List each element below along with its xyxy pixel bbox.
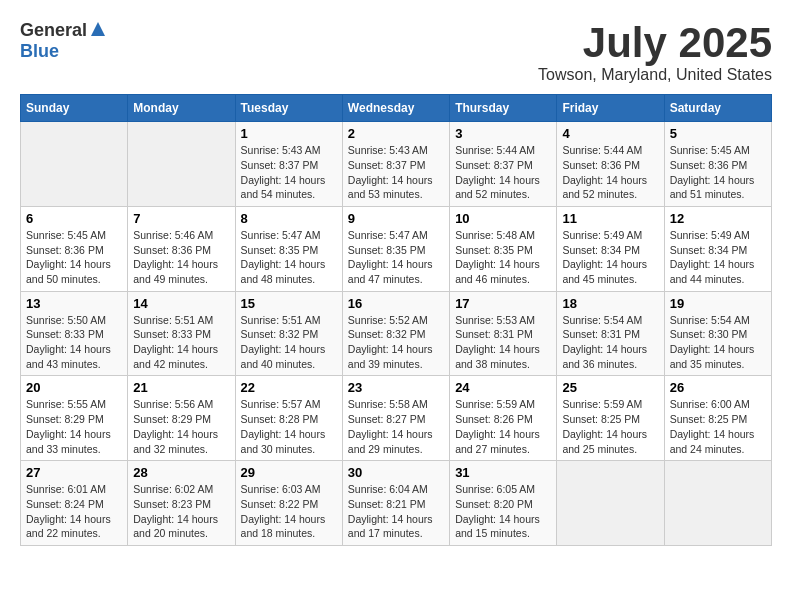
day-number: 17 [455,296,551,311]
calendar-cell: 31 Sunrise: 6:05 AMSunset: 8:20 PMDaylig… [450,461,557,546]
calendar-location: Towson, Maryland, United States [538,66,772,84]
calendar-week-4: 20 Sunrise: 5:55 AMSunset: 8:29 PMDaylig… [21,376,772,461]
header-saturday: Saturday [664,95,771,122]
day-number: 30 [348,465,444,480]
day-number: 31 [455,465,551,480]
day-info: Sunrise: 5:48 AMSunset: 8:35 PMDaylight:… [455,229,540,285]
day-number: 14 [133,296,229,311]
calendar-cell: 25 Sunrise: 5:59 AMSunset: 8:25 PMDaylig… [557,376,664,461]
calendar-cell: 20 Sunrise: 5:55 AMSunset: 8:29 PMDaylig… [21,376,128,461]
calendar-cell: 16 Sunrise: 5:52 AMSunset: 8:32 PMDaylig… [342,291,449,376]
day-number: 11 [562,211,658,226]
calendar-week-1: 1 Sunrise: 5:43 AMSunset: 8:37 PMDayligh… [21,122,772,207]
calendar-cell: 10 Sunrise: 5:48 AMSunset: 8:35 PMDaylig… [450,206,557,291]
calendar-cell: 30 Sunrise: 6:04 AMSunset: 8:21 PMDaylig… [342,461,449,546]
calendar-cell: 8 Sunrise: 5:47 AMSunset: 8:35 PMDayligh… [235,206,342,291]
logo-icon [89,20,107,38]
calendar-header-row: Sunday Monday Tuesday Wednesday Thursday… [21,95,772,122]
day-number: 7 [133,211,229,226]
day-number: 6 [26,211,122,226]
calendar-cell: 24 Sunrise: 5:59 AMSunset: 8:26 PMDaylig… [450,376,557,461]
day-info: Sunrise: 5:55 AMSunset: 8:29 PMDaylight:… [26,398,111,454]
day-info: Sunrise: 5:51 AMSunset: 8:33 PMDaylight:… [133,314,218,370]
calendar-cell: 3 Sunrise: 5:44 AMSunset: 8:37 PMDayligh… [450,122,557,207]
calendar-cell: 5 Sunrise: 5:45 AMSunset: 8:36 PMDayligh… [664,122,771,207]
calendar-body: 1 Sunrise: 5:43 AMSunset: 8:37 PMDayligh… [21,122,772,546]
svg-marker-0 [91,22,105,36]
day-number: 26 [670,380,766,395]
day-number: 9 [348,211,444,226]
calendar-cell: 11 Sunrise: 5:49 AMSunset: 8:34 PMDaylig… [557,206,664,291]
day-number: 8 [241,211,337,226]
day-info: Sunrise: 5:59 AMSunset: 8:26 PMDaylight:… [455,398,540,454]
day-info: Sunrise: 5:43 AMSunset: 8:37 PMDaylight:… [348,144,433,200]
calendar-title: July 2025 [538,20,772,66]
day-number: 13 [26,296,122,311]
day-number: 16 [348,296,444,311]
day-number: 21 [133,380,229,395]
day-number: 5 [670,126,766,141]
calendar-cell [664,461,771,546]
day-info: Sunrise: 6:05 AMSunset: 8:20 PMDaylight:… [455,483,540,539]
calendar-cell: 12 Sunrise: 5:49 AMSunset: 8:34 PMDaylig… [664,206,771,291]
header-friday: Friday [557,95,664,122]
calendar-cell: 9 Sunrise: 5:47 AMSunset: 8:35 PMDayligh… [342,206,449,291]
logo-blue-text: Blue [20,41,59,61]
calendar-cell: 27 Sunrise: 6:01 AMSunset: 8:24 PMDaylig… [21,461,128,546]
header-wednesday: Wednesday [342,95,449,122]
calendar-cell: 19 Sunrise: 5:54 AMSunset: 8:30 PMDaylig… [664,291,771,376]
calendar-cell: 2 Sunrise: 5:43 AMSunset: 8:37 PMDayligh… [342,122,449,207]
day-info: Sunrise: 5:54 AMSunset: 8:30 PMDaylight:… [670,314,755,370]
day-info: Sunrise: 5:57 AMSunset: 8:28 PMDaylight:… [241,398,326,454]
header-monday: Monday [128,95,235,122]
header-thursday: Thursday [450,95,557,122]
day-info: Sunrise: 5:43 AMSunset: 8:37 PMDaylight:… [241,144,326,200]
day-info: Sunrise: 6:00 AMSunset: 8:25 PMDaylight:… [670,398,755,454]
logo: General Blue [20,20,107,62]
day-number: 20 [26,380,122,395]
day-info: Sunrise: 5:49 AMSunset: 8:34 PMDaylight:… [562,229,647,285]
day-number: 2 [348,126,444,141]
calendar-cell [128,122,235,207]
day-info: Sunrise: 5:44 AMSunset: 8:36 PMDaylight:… [562,144,647,200]
day-info: Sunrise: 5:54 AMSunset: 8:31 PMDaylight:… [562,314,647,370]
day-number: 1 [241,126,337,141]
calendar-cell [557,461,664,546]
calendar-table: Sunday Monday Tuesday Wednesday Thursday… [20,94,772,546]
day-number: 10 [455,211,551,226]
day-info: Sunrise: 5:47 AMSunset: 8:35 PMDaylight:… [348,229,433,285]
calendar-cell: 28 Sunrise: 6:02 AMSunset: 8:23 PMDaylig… [128,461,235,546]
calendar-cell: 23 Sunrise: 5:58 AMSunset: 8:27 PMDaylig… [342,376,449,461]
calendar-week-2: 6 Sunrise: 5:45 AMSunset: 8:36 PMDayligh… [21,206,772,291]
page-header: General Blue July 2025 Towson, Maryland,… [20,20,772,84]
calendar-cell: 7 Sunrise: 5:46 AMSunset: 8:36 PMDayligh… [128,206,235,291]
header-sunday: Sunday [21,95,128,122]
calendar-cell: 13 Sunrise: 5:50 AMSunset: 8:33 PMDaylig… [21,291,128,376]
calendar-cell: 6 Sunrise: 5:45 AMSunset: 8:36 PMDayligh… [21,206,128,291]
day-info: Sunrise: 6:03 AMSunset: 8:22 PMDaylight:… [241,483,326,539]
logo-text: General [20,20,87,41]
calendar-cell: 22 Sunrise: 5:57 AMSunset: 8:28 PMDaylig… [235,376,342,461]
calendar-cell: 15 Sunrise: 5:51 AMSunset: 8:32 PMDaylig… [235,291,342,376]
day-info: Sunrise: 5:50 AMSunset: 8:33 PMDaylight:… [26,314,111,370]
day-number: 29 [241,465,337,480]
day-number: 18 [562,296,658,311]
day-info: Sunrise: 5:44 AMSunset: 8:37 PMDaylight:… [455,144,540,200]
day-info: Sunrise: 5:53 AMSunset: 8:31 PMDaylight:… [455,314,540,370]
day-number: 3 [455,126,551,141]
calendar-cell: 29 Sunrise: 6:03 AMSunset: 8:22 PMDaylig… [235,461,342,546]
day-info: Sunrise: 5:47 AMSunset: 8:35 PMDaylight:… [241,229,326,285]
day-number: 28 [133,465,229,480]
day-number: 24 [455,380,551,395]
day-number: 15 [241,296,337,311]
day-number: 12 [670,211,766,226]
header-tuesday: Tuesday [235,95,342,122]
day-number: 27 [26,465,122,480]
day-info: Sunrise: 6:01 AMSunset: 8:24 PMDaylight:… [26,483,111,539]
day-info: Sunrise: 5:58 AMSunset: 8:27 PMDaylight:… [348,398,433,454]
day-number: 23 [348,380,444,395]
calendar-week-3: 13 Sunrise: 5:50 AMSunset: 8:33 PMDaylig… [21,291,772,376]
day-info: Sunrise: 5:45 AMSunset: 8:36 PMDaylight:… [670,144,755,200]
calendar-cell: 14 Sunrise: 5:51 AMSunset: 8:33 PMDaylig… [128,291,235,376]
title-block: July 2025 Towson, Maryland, United State… [538,20,772,84]
